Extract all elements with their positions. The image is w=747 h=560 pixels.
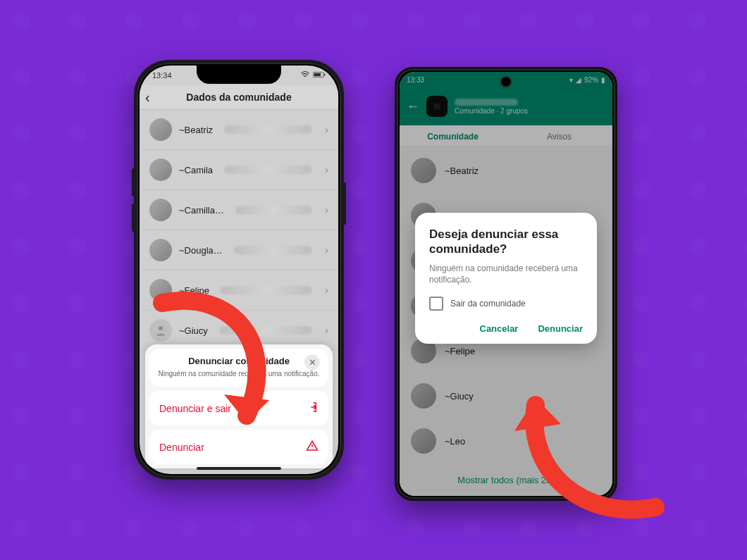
ios-action-sheet: Denunciar comunidade ✕ Ninguém na comuni…	[145, 344, 333, 468]
iphone-device: 13:34 ‹ Dados da comunidade ~Beatriz ›	[134, 60, 344, 480]
report-dialog: Deseja denunciar essa comunidade? Ningué…	[415, 213, 597, 344]
checkbox-icon	[429, 297, 443, 311]
checkbox-label: Sair da comunidade	[450, 299, 526, 309]
android-device: 13:33 ▾ ◢ 92% ▮ ← Comunidade · 2 grupos …	[395, 67, 617, 501]
report-and-leave-button[interactable]: Denunciar e sair	[149, 391, 328, 425]
dialog-subtitle: Ninguém na comunidade receberá uma notif…	[429, 263, 583, 285]
confirm-button[interactable]: Denunciar	[538, 323, 583, 334]
warning-icon	[306, 440, 319, 454]
leave-checkbox[interactable]: Sair da comunidade	[429, 297, 583, 311]
action-label: Denunciar	[159, 442, 204, 453]
cancel-button[interactable]: Cancelar	[480, 323, 519, 334]
exit-icon	[306, 401, 319, 416]
report-button[interactable]: Denunciar	[149, 430, 328, 464]
close-icon[interactable]: ✕	[304, 354, 320, 370]
sheet-subtitle: Ninguém na comunidade receberá uma notif…	[158, 369, 320, 378]
action-label: Denunciar e sair	[159, 403, 231, 414]
ios-home-indicator	[197, 467, 281, 470]
sheet-title: Denunciar comunidade	[188, 356, 290, 366]
dialog-title: Deseja denunciar essa comunidade?	[429, 227, 583, 257]
